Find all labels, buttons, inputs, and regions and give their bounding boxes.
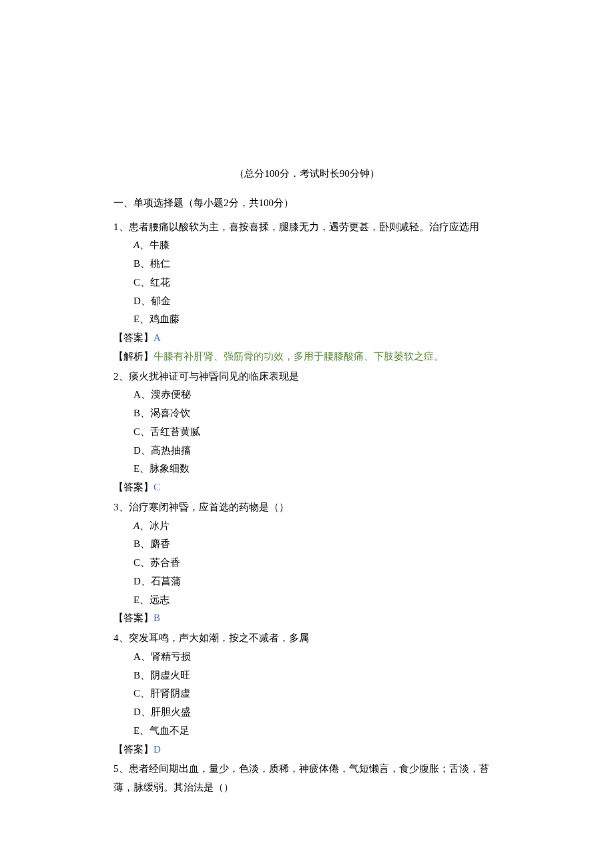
option-D: D、肝胆火盛	[133, 703, 501, 722]
explanation-line: 【解析】牛膝有补肝肾、强筋骨的功效，多用于腰膝酸痛、下肢萎软之症。	[113, 348, 501, 366]
options: A、牛膝 B、桃仁 C、红花 D、郁金 E、鸡血藤	[113, 236, 501, 329]
option-E: E、脉象细数	[133, 460, 501, 478]
question-number: 1、	[113, 222, 129, 232]
question-text: 2、痰火扰神证可与神昏同见的临床表现是	[113, 368, 501, 386]
option-B: B、麝香	[133, 535, 501, 554]
option-E: E、气血不足	[133, 722, 501, 741]
question-5: 5、患者经间期出血，量少，色淡，质稀，神疲体倦，气短懒言，食少腹胀；舌淡，苔薄，…	[113, 760, 501, 797]
option-E: E、鸡血藤	[133, 310, 501, 329]
answer-label: 【答案】	[113, 612, 154, 623]
answer-line: 【答案】D	[113, 741, 501, 759]
option-rest: 、牛膝	[139, 240, 170, 250]
question-text: 3、治疗寒闭神昏，应首选的药物是（）	[113, 498, 501, 517]
answer-line: 【答案】C	[113, 478, 501, 497]
question-2: 2、痰火扰神证可与神昏同见的临床表现是 A、溲赤便秘 B、渴喜冷饮 C、舌红苔黄…	[113, 368, 501, 497]
question-number: 5、	[113, 763, 129, 774]
option-D: D、郁金	[133, 292, 501, 311]
option-letter: A	[133, 520, 139, 531]
option-B: B、渴喜冷饮	[133, 404, 501, 423]
question-stem: 突发耳鸣，声大如潮，按之不减者，多属	[129, 632, 309, 643]
question-3: 3、治疗寒闭神昏，应首选的药物是（） A、冰片 B、麝香 C、苏合香 D、石菖蒲…	[113, 498, 501, 628]
option-B: B、阴虚火旺	[133, 667, 501, 685]
question-1: 1、患者腰痛以酸软为主，喜按喜揉，腿膝无力，遇劳更甚，卧则减轻。治疗应选用 A、…	[113, 218, 501, 366]
option-C: C、红花	[133, 274, 501, 292]
answer-value: B	[154, 612, 160, 623]
question-number: 2、	[113, 371, 129, 382]
option-letter: A	[133, 240, 139, 250]
question-number: 4、	[113, 632, 129, 643]
options: A、溲赤便秘 B、渴喜冷饮 C、舌红苔黄腻 D、高热抽搐 E、脉象细数	[113, 386, 501, 478]
section-heading: 一、单项选择题（每小题2分，共100分）	[113, 194, 501, 213]
option-C: C、舌红苔黄腻	[133, 423, 501, 442]
question-stem: 痰火扰神证可与神昏同见的临床表现是	[129, 371, 299, 382]
question-text: 4、突发耳鸣，声大如潮，按之不减者，多属	[113, 629, 501, 648]
answer-label: 【答案】	[113, 332, 154, 343]
options: A、冰片 B、麝香 C、苏合香 D、石菖蒲 E、远志	[113, 517, 501, 610]
answer-label: 【答案】	[113, 744, 154, 755]
options: A、肾精亏损 B、阴虚火旺 C、肝肾阴虚 D、肝胆火盛 E、气血不足	[113, 648, 501, 741]
option-A: A、溲赤便秘	[133, 386, 501, 404]
answer-line: 【答案】B	[113, 609, 501, 628]
option-C: C、苏合香	[133, 554, 501, 572]
answer-value: A	[154, 332, 161, 343]
exam-meta: （总分100分．考试时长90分钟）	[113, 165, 501, 183]
option-A: A、冰片	[133, 517, 501, 536]
answer-value: C	[154, 482, 160, 492]
explanation-label: 【解析】	[113, 351, 154, 362]
option-D: D、高热抽搐	[133, 442, 501, 460]
option-E: E、远志	[133, 591, 501, 610]
question-text: 1、患者腰痛以酸软为主，喜按喜揉，腿膝无力，遇劳更甚，卧则减轻。治疗应选用	[113, 218, 501, 237]
answer-value: D	[154, 744, 161, 755]
option-A: A、肾精亏损	[133, 648, 501, 667]
question-text: 5、患者经间期出血，量少，色淡，质稀，神疲体倦，气短懒言，食少腹胀；舌淡，苔薄，…	[113, 760, 501, 797]
page: （总分100分．考试时长90分钟） 一、单项选择题（每小题2分，共100分） 1…	[0, 0, 614, 868]
option-B: B、桃仁	[133, 255, 501, 274]
option-A: A、牛膝	[133, 236, 501, 255]
option-D: D、石菖蒲	[133, 572, 501, 591]
question-stem: 患者经间期出血，量少，色淡，质稀，神疲体倦，气短懒言，食少腹胀；舌淡，苔薄，脉缓…	[113, 763, 489, 793]
answer-line: 【答案】A	[113, 329, 501, 348]
question-stem: 治疗寒闭神昏，应首选的药物是（）	[129, 502, 289, 512]
option-rest: 、冰片	[139, 520, 170, 531]
question-4: 4、突发耳鸣，声大如潮，按之不减者，多属 A、肾精亏损 B、阴虚火旺 C、肝肾阴…	[113, 629, 501, 759]
question-number: 3、	[113, 502, 129, 512]
option-C: C、肝肾阴虚	[133, 685, 501, 703]
question-stem: 患者腰痛以酸软为主，喜按喜揉，腿膝无力，遇劳更甚，卧则减轻。治疗应选用	[129, 222, 479, 232]
answer-label: 【答案】	[113, 482, 154, 492]
explanation-text: 牛膝有补肝肾、强筋骨的功效，多用于腰膝酸痛、下肢萎软之症。	[154, 351, 444, 362]
